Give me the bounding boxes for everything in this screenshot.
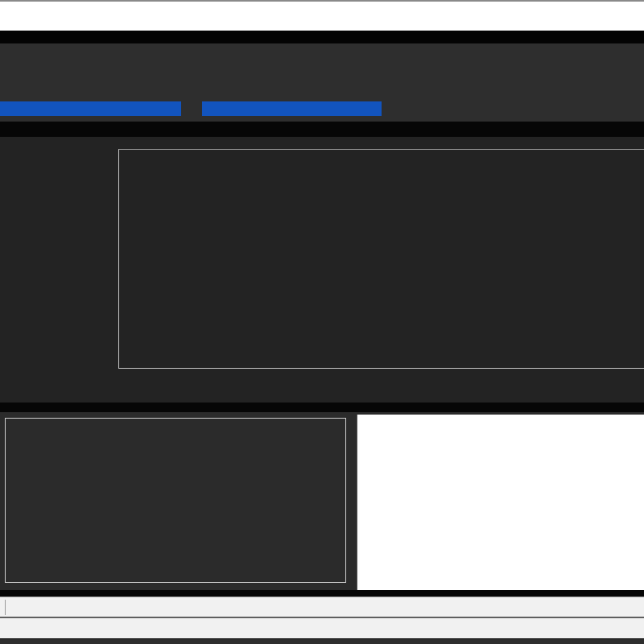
- toolbar-separator: [0, 122, 644, 137]
- chart-plot-area: [118, 149, 644, 369]
- table-bottom-separator: [0, 590, 644, 597]
- chart-bottom-separator: [0, 402, 644, 412]
- statistics-groupbox: [5, 418, 346, 583]
- statusbar-measurement-series: [0, 597, 644, 617]
- window-titlebar: [0, 2, 644, 31]
- window-footer: [0, 638, 644, 644]
- statusbar-separator: [5, 600, 6, 615]
- toolbar: [0, 43, 644, 122]
- grafik-group-label: [202, 101, 382, 116]
- daten-group-label: [0, 101, 181, 116]
- measurement-bar-chart: [0, 137, 644, 402]
- menu-strip: [0, 31, 644, 43]
- statusbar-device: [0, 618, 644, 638]
- app-window: [0, 0, 644, 644]
- bottom-panel: [0, 412, 644, 590]
- measurement-table[interactable]: [357, 415, 644, 592]
